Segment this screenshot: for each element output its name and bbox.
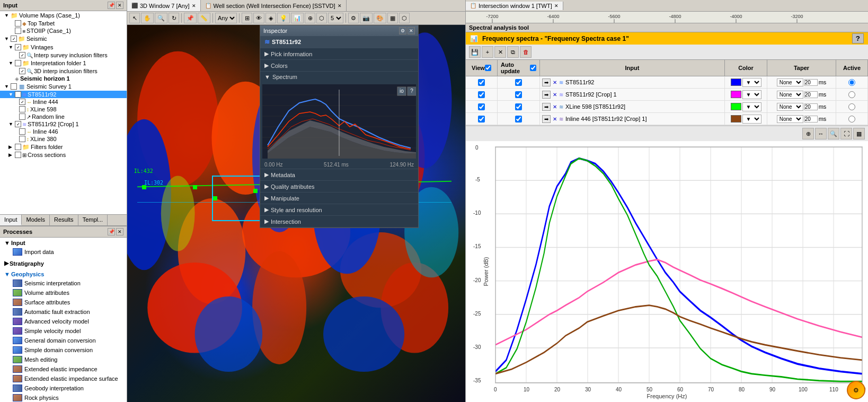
spectrum-header[interactable]: ▼ Spectrum (260, 72, 418, 82)
color-btn[interactable]: 🎨 (374, 13, 386, 23)
proc-item-import[interactable]: Import data (2, 247, 125, 257)
row3-active-radio[interactable] (848, 103, 855, 110)
spectral-export-btn[interactable]: 🗑 (520, 46, 532, 58)
checkbox[interactable] (19, 128, 25, 135)
row4-auto-check[interactable] (515, 116, 522, 123)
inspector-close[interactable]: ✕ (408, 27, 415, 34)
row2-taper-select[interactable]: None (777, 91, 803, 99)
proc-item-geobody[interactable]: Geobody interpretation (2, 383, 125, 393)
row3-taper-val[interactable] (804, 103, 818, 110)
checkbox[interactable] (19, 52, 25, 58)
row3-taper-select[interactable]: None (777, 103, 803, 111)
checkbox[interactable] (19, 106, 25, 112)
th-view-checkbox[interactable] (485, 65, 491, 71)
input-panel-close[interactable]: ✕ (116, 2, 123, 9)
row2-taper-val[interactable] (804, 91, 818, 98)
processes-panel-pin[interactable]: 📌 (108, 228, 115, 235)
spectral-help-btn[interactable]: ? (852, 33, 864, 43)
tab-close-well[interactable]: ✕ (338, 3, 342, 8)
tree-item-xline-380[interactable]: ↕ XLine 380 (0, 135, 127, 143)
row2-auto-check[interactable] (515, 91, 522, 98)
add-slice-btn[interactable]: ⊞ (242, 13, 252, 23)
3d-view[interactable]: IL:432 IL:302 IL:449 Inspector ⚙ ✕ (127, 25, 465, 402)
row4-taper-select[interactable]: None (777, 115, 803, 123)
row1-active-radio[interactable] (848, 79, 855, 86)
manipulate-header[interactable]: ▶ Manipulate (260, 193, 418, 204)
checkbox[interactable] (19, 99, 25, 105)
tree-item-seismic-survey[interactable]: ▼ ▦ Seismic Survey 1 (0, 82, 127, 91)
tree-item-vintages[interactable]: ▼ 📁 Vintages (0, 43, 127, 51)
proc-item-ext-elastic[interactable]: Extended elastic impedance (2, 364, 125, 374)
tab-results[interactable]: Results (50, 215, 78, 225)
checkbox[interactable] (15, 152, 21, 158)
row2-active-radio[interactable] (848, 91, 855, 98)
row2-view-check[interactable] (478, 91, 485, 98)
tree-item-inline-446[interactable]: ↔ Inline 446 (0, 128, 127, 135)
count-dropdown[interactable]: 5 (328, 13, 343, 23)
chart-pan-btn[interactable]: ↔ (815, 128, 827, 139)
checkbox[interactable] (19, 136, 25, 142)
any-dropdown[interactable]: Any (215, 13, 237, 23)
checkbox[interactable] (15, 144, 21, 150)
proc-item-seismic-interp[interactable]: Seismic interpretation (2, 278, 125, 288)
tree-item-seismic[interactable]: ▼ 📁 Seismic (0, 34, 127, 43)
tab-templ[interactable]: Templ... (78, 215, 108, 225)
tree-item-interp-survey[interactable]: 🔍 Interp survey inclusion filters (0, 51, 127, 59)
checkbox[interactable] (19, 68, 25, 74)
tab-intersection[interactable]: 📋 Intersection window 1 [TWT] ✕ (466, 2, 563, 10)
intersection-header[interactable]: ▶ Intersection (260, 216, 418, 227)
style-header[interactable]: ▶ Style and resolution (260, 204, 418, 215)
checkbox[interactable] (19, 113, 25, 120)
tree-item-inline-444[interactable]: ↔ Inline 444 (0, 98, 127, 106)
rotate-btn[interactable]: ↻ (169, 13, 179, 23)
proc-item-general-domain[interactable]: General domain conversion (2, 336, 125, 345)
light-btn[interactable]: 💡 (277, 13, 290, 23)
row1-nav-btn[interactable]: ➡ (542, 78, 551, 86)
render-btn[interactable]: ◈ (265, 13, 276, 23)
proc-item-rock-physics[interactable]: Rock physics (2, 393, 125, 402)
proc-section-input[interactable]: ▼ Input (2, 239, 125, 247)
row3-auto-check[interactable] (515, 103, 522, 110)
chart-fit-btn[interactable]: ⛶ (840, 128, 852, 139)
tree-item-top-tarbet[interactable]: ◆ Top Tarbet (0, 20, 127, 27)
tree-item-filters-folder[interactable]: ▶ 📁 Filters folder (0, 143, 127, 151)
row4-nav-btn[interactable]: ➡ (542, 115, 551, 123)
axes-btn[interactable]: ⬡ (399, 13, 410, 23)
tree-item-xline-598[interactable]: ↕ XLine 598 (0, 106, 127, 113)
processes-panel-close[interactable]: ✕ (116, 228, 123, 235)
tree-item-random-line[interactable]: ↗ Random line (0, 113, 127, 120)
proc-item-simple-domain[interactable]: Simple domain conversion (2, 345, 125, 355)
checkbox[interactable] (15, 60, 21, 66)
metadata-header[interactable]: ▶ Metadata (260, 169, 418, 180)
tree-item-stoiip[interactable]: ■ STOIIP (Case_1) (0, 27, 127, 34)
proc-item-surface-attr[interactable]: Surface attributes (2, 298, 125, 307)
tab-input[interactable]: Input (0, 215, 22, 225)
pick-btn[interactable]: 📌 (184, 13, 197, 23)
tree-item-interp-folder[interactable]: ▼ 📁 Interpretation folder 1 (0, 59, 127, 67)
quality-header[interactable]: ▶ Quality attributes (260, 181, 418, 192)
checkbox[interactable] (11, 83, 17, 90)
checkbox[interactable] (15, 44, 21, 50)
tab-close[interactable]: ✕ (554, 3, 559, 8)
tab-models[interactable]: Models (22, 215, 49, 225)
checkbox[interactable] (15, 28, 21, 34)
row2-color-dropdown[interactable]: ▼ (742, 90, 761, 99)
tree-item-cross-sections[interactable]: ▶ ⊞ Cross sections (0, 151, 127, 159)
checkbox[interactable] (11, 36, 17, 42)
chart-grid-btn[interactable]: ▦ (853, 128, 865, 139)
row4-taper-val[interactable] (804, 116, 818, 123)
checkbox[interactable] (15, 121, 21, 127)
chart-zoom-btn[interactable]: 🔍 (828, 128, 839, 139)
input-panel-pin[interactable]: 📌 (108, 2, 115, 9)
tab-well-section[interactable]: 📋 Well section (Well Intersection Fence)… (201, 0, 347, 11)
proc-item-fault-extract[interactable]: Automatic fault extraction (2, 307, 125, 317)
spectral-add-btn[interactable]: + (482, 46, 493, 58)
chart-crosshair-btn[interactable]: ⊕ (802, 128, 814, 139)
row1-color-dropdown[interactable]: ▼ (742, 78, 761, 87)
row3-view-check[interactable] (478, 103, 485, 110)
tab-3d-window[interactable]: ⬛ 3D Window 7 [Any] ✕ (127, 0, 201, 11)
row1-auto-check[interactable] (515, 79, 522, 86)
spectral-copy-btn[interactable]: ⧉ (507, 46, 519, 58)
inspector-gear[interactable]: ⚙ (399, 27, 406, 34)
checkbox[interactable] (15, 20, 21, 27)
